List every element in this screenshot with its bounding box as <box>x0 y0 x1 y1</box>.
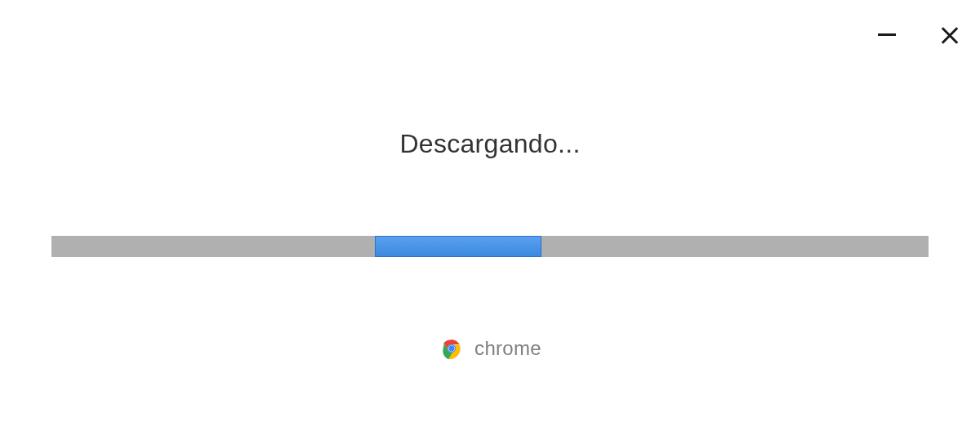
brand-label: chrome <box>474 337 541 360</box>
progress-track <box>51 236 929 257</box>
minimize-button[interactable] <box>875 23 898 46</box>
svg-point-3 <box>449 346 455 352</box>
installer-content: Descargando... chrome <box>0 129 980 362</box>
progress-bar <box>375 236 541 257</box>
status-text: Descargando... <box>399 129 580 159</box>
minimize-icon <box>878 33 896 36</box>
chrome-icon <box>439 335 465 362</box>
branding: chrome <box>439 335 541 362</box>
close-button[interactable] <box>928 23 951 46</box>
window-controls <box>875 23 951 46</box>
